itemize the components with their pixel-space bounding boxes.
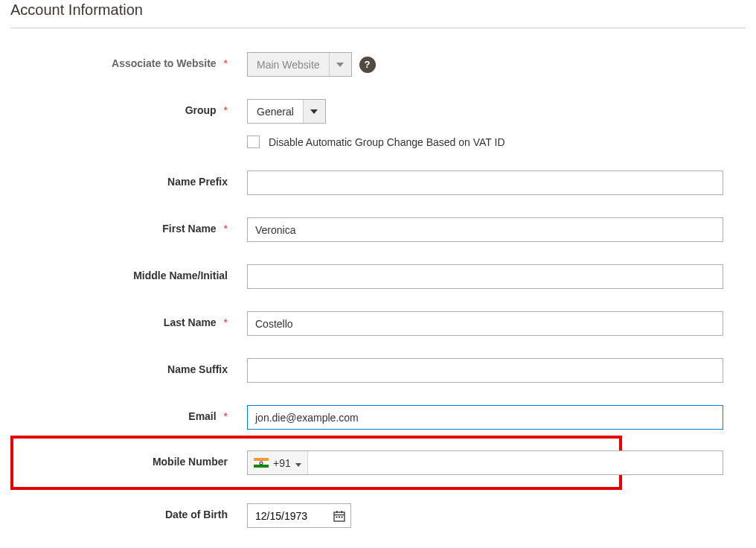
dob-label: Date of Birth bbox=[10, 503, 247, 520]
disable-auto-group-label: Disable Automatic Group Change Based on … bbox=[269, 136, 505, 148]
last-name-input[interactable] bbox=[247, 311, 723, 336]
group-label: Group * bbox=[10, 99, 247, 116]
chevron-down-icon bbox=[329, 53, 351, 76]
svg-rect-3 bbox=[342, 511, 343, 513]
group-select[interactable]: General bbox=[247, 99, 326, 124]
chevron-down-icon bbox=[295, 457, 301, 469]
email-label: Email * bbox=[10, 405, 247, 422]
group-label-text: Group bbox=[185, 104, 217, 116]
mobile-number-highlight: Mobile Number +91 bbox=[10, 436, 622, 490]
name-suffix-input[interactable] bbox=[247, 358, 723, 383]
svg-rect-5 bbox=[339, 516, 340, 517]
mobile-number-label: Mobile Number bbox=[10, 450, 247, 468]
required-star: * bbox=[224, 410, 228, 422]
phone-country-selector[interactable]: +91 bbox=[248, 451, 308, 474]
mobile-number-input[interactable]: +91 bbox=[247, 450, 723, 475]
mobile-number-field[interactable] bbox=[308, 451, 723, 474]
first-name-label-text: First Name bbox=[162, 223, 216, 235]
svg-rect-2 bbox=[336, 511, 338, 513]
middle-name-label: Middle Name/Initial bbox=[10, 264, 247, 281]
required-star: * bbox=[224, 57, 228, 69]
name-prefix-label: Name Prefix bbox=[10, 171, 247, 188]
name-prefix-input[interactable] bbox=[247, 171, 723, 195]
first-name-label: First Name * bbox=[10, 217, 247, 235]
associate-website-label-text: Associate to Website bbox=[112, 57, 217, 69]
email-input[interactable] bbox=[247, 405, 723, 430]
required-star: * bbox=[224, 223, 228, 235]
required-star: * bbox=[224, 104, 228, 116]
associate-website-value: Main Website bbox=[248, 53, 329, 76]
associate-website-label: Associate to Website * bbox=[10, 52, 247, 69]
last-name-label-text: Last Name bbox=[164, 316, 217, 328]
calendar-icon[interactable] bbox=[333, 510, 345, 522]
required-star: * bbox=[224, 316, 228, 328]
middle-name-input[interactable] bbox=[247, 264, 723, 289]
associate-website-select[interactable]: Main Website bbox=[247, 52, 352, 77]
checkbox-icon bbox=[247, 136, 260, 148]
flag-india-icon bbox=[254, 458, 269, 468]
disable-auto-group-checkbox[interactable]: Disable Automatic Group Change Based on … bbox=[247, 136, 505, 148]
group-value: General bbox=[248, 100, 303, 123]
svg-rect-4 bbox=[336, 516, 338, 517]
first-name-input[interactable] bbox=[247, 217, 723, 242]
section-title: Account Information bbox=[10, 0, 746, 28]
chevron-down-icon bbox=[303, 100, 325, 123]
phone-country-code: +91 bbox=[273, 457, 291, 469]
name-suffix-label: Name Suffix bbox=[10, 358, 247, 375]
email-label-text: Email bbox=[188, 410, 216, 422]
spacer bbox=[10, 136, 247, 141]
last-name-label: Last Name * bbox=[10, 311, 247, 328]
svg-rect-6 bbox=[342, 516, 343, 517]
help-icon[interactable]: ? bbox=[359, 57, 376, 73]
